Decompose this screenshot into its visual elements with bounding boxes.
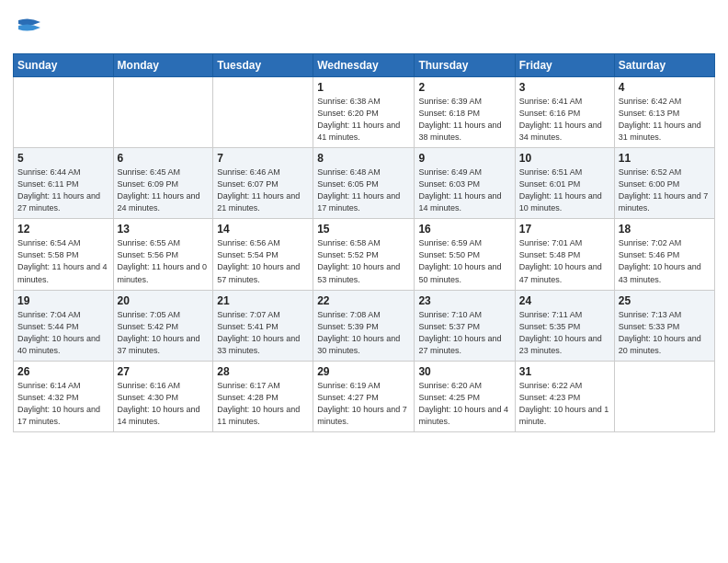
day-info: Sunrise: 6:48 AM Sunset: 6:05 PM Dayligh…: [317, 167, 410, 214]
day-number: 1: [317, 81, 410, 94]
header: [13, 9, 715, 48]
day-number: 6: [118, 152, 210, 165]
day-info: Sunrise: 6:20 AM Sunset: 4:25 PM Dayligh…: [418, 380, 510, 428]
calendar-day-cell: 24Sunrise: 7:11 AM Sunset: 5:35 PM Dayli…: [515, 290, 614, 361]
calendar-day-cell: 16Sunrise: 6:59 AM Sunset: 5:50 PM Dayli…: [415, 219, 515, 290]
calendar-day-cell: 3Sunrise: 6:41 AM Sunset: 6:16 PM Daylig…: [515, 77, 614, 148]
calendar-day-cell: 27Sunrise: 6:16 AM Sunset: 4:30 PM Dayli…: [113, 361, 213, 431]
calendar-day-cell: [113, 77, 213, 148]
day-info: Sunrise: 6:59 AM Sunset: 5:50 PM Dayligh…: [418, 237, 510, 285]
day-number: 31: [519, 365, 610, 378]
day-number: 19: [17, 294, 109, 307]
day-number: 4: [619, 81, 711, 94]
day-info: Sunrise: 7:02 AM Sunset: 5:46 PM Dayligh…: [619, 237, 711, 285]
calendar-day-cell: 22Sunrise: 7:08 AM Sunset: 5:39 PM Dayli…: [313, 290, 415, 361]
day-number: 9: [418, 152, 510, 165]
calendar-day-cell: 6Sunrise: 6:45 AM Sunset: 6:09 PM Daylig…: [113, 148, 213, 219]
day-info: Sunrise: 6:19 AM Sunset: 4:27 PM Dayligh…: [317, 380, 410, 428]
calendar-day-cell: 28Sunrise: 6:17 AM Sunset: 4:28 PM Dayli…: [213, 361, 313, 431]
calendar-day-cell: 4Sunrise: 6:42 AM Sunset: 6:13 PM Daylig…: [614, 77, 714, 148]
calendar-day-cell: 1Sunrise: 6:38 AM Sunset: 6:20 PM Daylig…: [313, 77, 415, 148]
day-number: 21: [217, 294, 309, 307]
calendar-day-cell: 13Sunrise: 6:55 AM Sunset: 5:56 PM Dayli…: [113, 219, 213, 290]
day-info: Sunrise: 6:22 AM Sunset: 4:23 PM Dayligh…: [519, 380, 610, 428]
calendar-day-cell: 11Sunrise: 6:52 AM Sunset: 6:00 PM Dayli…: [614, 148, 714, 219]
day-info: Sunrise: 6:46 AM Sunset: 6:07 PM Dayligh…: [217, 167, 309, 214]
day-info: Sunrise: 7:10 AM Sunset: 5:37 PM Dayligh…: [418, 309, 510, 357]
day-number: 15: [317, 223, 410, 236]
day-number: 14: [217, 223, 309, 236]
calendar-day-cell: [14, 77, 114, 148]
calendar-week-row: 19Sunrise: 7:04 AM Sunset: 5:44 PM Dayli…: [14, 290, 715, 361]
calendar-header-tuesday: Tuesday: [213, 54, 313, 77]
day-info: Sunrise: 7:04 AM Sunset: 5:44 PM Dayligh…: [17, 309, 109, 357]
day-number: 27: [118, 365, 210, 378]
calendar-header-friday: Friday: [515, 54, 614, 77]
calendar-day-cell: 19Sunrise: 7:04 AM Sunset: 5:44 PM Dayli…: [14, 290, 114, 361]
day-info: Sunrise: 6:44 AM Sunset: 6:11 PM Dayligh…: [17, 167, 109, 214]
logo-icon: [13, 13, 48, 48]
day-info: Sunrise: 6:54 AM Sunset: 5:58 PM Dayligh…: [17, 237, 109, 285]
page: SundayMondayTuesdayWednesdayThursdayFrid…: [0, 0, 728, 563]
day-info: Sunrise: 6:51 AM Sunset: 6:01 PM Dayligh…: [519, 167, 610, 214]
day-info: Sunrise: 6:14 AM Sunset: 4:32 PM Dayligh…: [17, 380, 109, 428]
day-info: Sunrise: 6:52 AM Sunset: 6:00 PM Dayligh…: [619, 167, 711, 214]
day-info: Sunrise: 6:58 AM Sunset: 5:52 PM Dayligh…: [317, 237, 410, 285]
day-info: Sunrise: 7:08 AM Sunset: 5:39 PM Dayligh…: [317, 309, 410, 357]
calendar-header-monday: Monday: [113, 54, 213, 77]
day-number: 3: [519, 81, 610, 94]
calendar-day-cell: 25Sunrise: 7:13 AM Sunset: 5:33 PM Dayli…: [614, 290, 714, 361]
calendar-header-row: SundayMondayTuesdayWednesdayThursdayFrid…: [14, 54, 715, 77]
day-number: 26: [17, 365, 109, 378]
calendar-header-sunday: Sunday: [14, 54, 114, 77]
day-info: Sunrise: 7:05 AM Sunset: 5:42 PM Dayligh…: [118, 309, 210, 357]
calendar-day-cell: 2Sunrise: 6:39 AM Sunset: 6:18 PM Daylig…: [415, 77, 515, 148]
calendar-day-cell: 5Sunrise: 6:44 AM Sunset: 6:11 PM Daylig…: [14, 148, 114, 219]
day-number: 25: [619, 294, 711, 307]
calendar-day-cell: 17Sunrise: 7:01 AM Sunset: 5:48 PM Dayli…: [515, 219, 614, 290]
calendar-day-cell: 18Sunrise: 7:02 AM Sunset: 5:46 PM Dayli…: [614, 219, 714, 290]
calendar-day-cell: [614, 361, 714, 431]
day-number: 23: [418, 294, 510, 307]
day-info: Sunrise: 6:38 AM Sunset: 6:20 PM Dayligh…: [317, 96, 410, 144]
calendar-day-cell: 15Sunrise: 6:58 AM Sunset: 5:52 PM Dayli…: [313, 219, 415, 290]
calendar-day-cell: 9Sunrise: 6:49 AM Sunset: 6:03 PM Daylig…: [415, 148, 515, 219]
day-number: 20: [118, 294, 210, 307]
day-info: Sunrise: 6:16 AM Sunset: 4:30 PM Dayligh…: [118, 380, 210, 428]
day-number: 24: [519, 294, 610, 307]
calendar-day-cell: 10Sunrise: 6:51 AM Sunset: 6:01 PM Dayli…: [515, 148, 614, 219]
calendar-day-cell: 23Sunrise: 7:10 AM Sunset: 5:37 PM Dayli…: [415, 290, 515, 361]
day-number: 28: [217, 365, 309, 378]
calendar-week-row: 1Sunrise: 6:38 AM Sunset: 6:20 PM Daylig…: [14, 77, 715, 148]
calendar-header-thursday: Thursday: [415, 54, 515, 77]
calendar-week-row: 26Sunrise: 6:14 AM Sunset: 4:32 PM Dayli…: [14, 361, 715, 431]
calendar-week-row: 12Sunrise: 6:54 AM Sunset: 5:58 PM Dayli…: [14, 219, 715, 290]
day-number: 8: [317, 152, 410, 165]
calendar-day-cell: 7Sunrise: 6:46 AM Sunset: 6:07 PM Daylig…: [213, 148, 313, 219]
day-number: 22: [317, 294, 410, 307]
day-number: 10: [519, 152, 610, 165]
day-number: 11: [619, 152, 711, 165]
calendar-day-cell: 21Sunrise: 7:07 AM Sunset: 5:41 PM Dayli…: [213, 290, 313, 361]
calendar-header-wednesday: Wednesday: [313, 54, 415, 77]
day-info: Sunrise: 7:13 AM Sunset: 5:33 PM Dayligh…: [619, 309, 711, 357]
calendar-header-saturday: Saturday: [614, 54, 714, 77]
calendar-day-cell: 12Sunrise: 6:54 AM Sunset: 5:58 PM Dayli…: [14, 219, 114, 290]
calendar-table: SundayMondayTuesdayWednesdayThursdayFrid…: [13, 53, 715, 432]
day-info: Sunrise: 6:55 AM Sunset: 5:56 PM Dayligh…: [118, 237, 210, 285]
calendar-day-cell: 31Sunrise: 6:22 AM Sunset: 4:23 PM Dayli…: [515, 361, 614, 431]
day-number: 17: [519, 223, 610, 236]
day-number: 2: [418, 81, 510, 94]
calendar-week-row: 5Sunrise: 6:44 AM Sunset: 6:11 PM Daylig…: [14, 148, 715, 219]
logo: [13, 13, 51, 48]
day-info: Sunrise: 6:42 AM Sunset: 6:13 PM Dayligh…: [619, 96, 711, 144]
calendar-day-cell: 20Sunrise: 7:05 AM Sunset: 5:42 PM Dayli…: [113, 290, 213, 361]
day-info: Sunrise: 7:07 AM Sunset: 5:41 PM Dayligh…: [217, 309, 309, 357]
calendar-day-cell: 8Sunrise: 6:48 AM Sunset: 6:05 PM Daylig…: [313, 148, 415, 219]
calendar-day-cell: 26Sunrise: 6:14 AM Sunset: 4:32 PM Dayli…: [14, 361, 114, 431]
day-info: Sunrise: 6:56 AM Sunset: 5:54 PM Dayligh…: [217, 237, 309, 285]
day-number: 7: [217, 152, 309, 165]
day-info: Sunrise: 7:11 AM Sunset: 5:35 PM Dayligh…: [519, 309, 610, 357]
day-number: 16: [418, 223, 510, 236]
day-info: Sunrise: 6:49 AM Sunset: 6:03 PM Dayligh…: [418, 167, 510, 214]
